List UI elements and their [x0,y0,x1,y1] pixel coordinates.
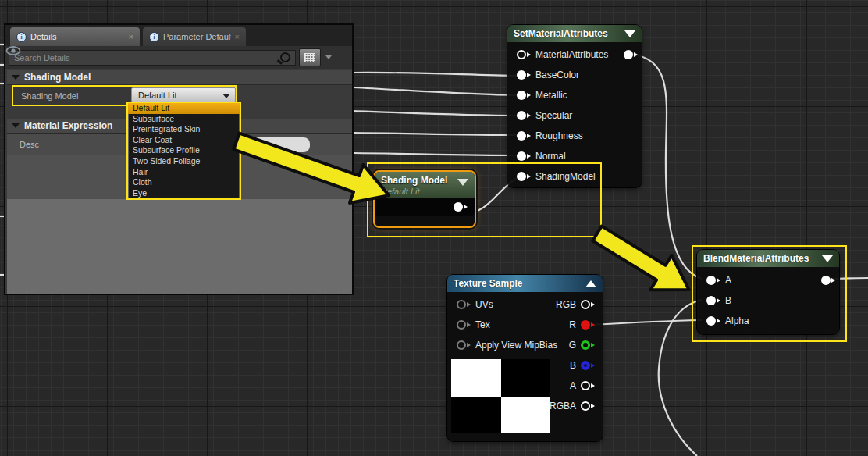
collapse-icon[interactable] [822,255,833,262]
dropdown-option[interactable]: Subsurface Profile [128,145,240,156]
pin-arrow-icon [591,383,595,388]
dropdown-option[interactable]: Hair [128,167,240,178]
expand-icon [12,75,20,80]
pin-row: Normal [507,146,642,166]
dropdown-option[interactable]: Cloth [128,177,240,188]
pin-arrow-icon [527,174,531,179]
pin-label: RGBA [550,401,576,411]
section-title: Shading Model [24,72,91,83]
pin-label: ShadingModel [535,171,596,182]
pin-roughness[interactable] [517,131,526,141]
node-header[interactable]: Texture Sample [447,275,603,292]
dropdown-option[interactable]: Preintegrated Skin [128,124,240,135]
eye-icon [5,46,21,55]
pin-arrow-icon [527,154,531,159]
pin-label: A [570,380,576,391]
close-icon[interactable]: × [129,32,133,41]
pin-normal[interactable] [517,151,526,161]
pin-uvs[interactable] [457,300,466,309]
pin-row: MaterialAttributes [507,45,642,65]
section-header-shading-model[interactable]: Shading Model [7,70,352,85]
tab-details[interactable]: i Details × [10,27,140,46]
search-input[interactable] [9,50,296,66]
tab-label: Details [30,32,57,41]
tab-bar: i Details × i Parameter Defaults × [5,25,352,46]
pin-label: B [725,295,731,306]
wire-normal [354,153,518,155]
dropdown-option[interactable]: Subsurface [128,114,240,125]
dropdown-value: Default Lit [138,91,177,100]
pin-rgb[interactable] [581,300,590,309]
pin-b[interactable] [581,361,590,370]
pin-specular[interactable] [517,111,526,120]
pin-row: Specular [507,105,642,126]
pin-a[interactable] [581,381,590,390]
node-subtitle: Default Lit [381,187,468,196]
pin-shading-model-out[interactable] [454,202,468,212]
section-title: Material Expression [24,120,112,131]
pin-row: RGB [525,294,603,315]
details-panel: i Details × i Parameter Defaults × [4,23,354,295]
pin-row: ShadingModel [507,166,642,187]
search-row [5,46,352,69]
collapse-icon[interactable] [624,30,635,37]
pin-label: A [725,275,731,286]
pin-b-in[interactable] [706,296,716,305]
wire-specular [354,111,518,116]
node-header[interactable]: Shading Model Default Lit [375,172,475,198]
pin-label: Specular [535,110,572,121]
search-icon [280,52,290,62]
pin-row: Alpha [697,311,839,331]
pin-rgba[interactable] [581,401,590,411]
texture-preview [451,359,550,433]
dropdown-option[interactable]: Two Sided Foliage [128,156,240,167]
pin-blend-out[interactable] [821,276,835,285]
pin-arrow-icon [467,302,471,307]
pin-g[interactable] [581,340,590,350]
pin-row: Roughness [507,126,642,146]
desc-input[interactable] [235,137,310,152]
dropdown-option[interactable]: Default Lit [128,103,240,114]
pin-label: Roughness [535,130,583,141]
close-icon[interactable]: × [235,32,240,41]
node-header[interactable]: SetMaterialAttributes [507,25,642,42]
dropdown-option[interactable]: Eye [128,188,240,199]
pin-arrow-icon [591,404,595,408]
collapse-icon[interactable] [585,280,596,287]
pin-materialattributes-out[interactable] [624,50,638,59]
pin-row: A [697,270,839,290]
info-icon: i [16,32,27,42]
pin-row: Metallic [507,85,642,105]
shading-model-dropdown[interactable]: Default Lit [131,87,236,102]
pin-metallic[interactable] [517,91,526,100]
view-options-button[interactable] [326,55,332,59]
pin-tex[interactable] [457,320,466,330]
pin-a-in[interactable] [706,276,716,285]
pin-materialattributes-in[interactable] [517,50,526,59]
pin-alpha-in[interactable] [706,316,716,326]
pin-apply-view-mipbias[interactable] [457,340,466,350]
dropdown-option[interactable]: Clear Coat [128,135,240,146]
grid-view-button[interactable] [299,48,321,66]
pin-arrow-icon [527,134,531,138]
pin-shadingmodel[interactable] [517,172,526,181]
wire-r-to-alpha [592,320,702,325]
pin-r[interactable] [581,320,590,330]
tab-parameter-defaults[interactable]: i Parameter Defaults × [143,27,246,46]
collapse-icon[interactable] [457,179,468,186]
node-texture-sample[interactable]: Texture Sample UVs Tex Apply View MipBia… [447,275,603,441]
callout-arrow-to-blend-node [586,216,699,307]
pin-row: G [525,335,603,355]
info-icon: i [149,32,159,42]
node-shading-model[interactable]: Shading Model Default Lit [373,170,476,228]
node-blend-material-attributes[interactable]: BlendMaterialAttributes A B Alpha [697,250,839,334]
node-header[interactable]: BlendMaterialAttributes [697,250,839,267]
pin-label: B [570,360,576,371]
node-title: Texture Sample [454,278,522,289]
property-label: Shading Model [13,91,78,101]
pin-arrow-icon [591,343,595,347]
pin-row: R [525,315,603,335]
node-set-material-attributes[interactable]: SetMaterialAttributes MaterialAttributes… [507,25,642,187]
material-editor-canvas: SetMaterialAttributes MaterialAttributes… [0,0,868,456]
pin-basecolor[interactable] [517,70,526,80]
